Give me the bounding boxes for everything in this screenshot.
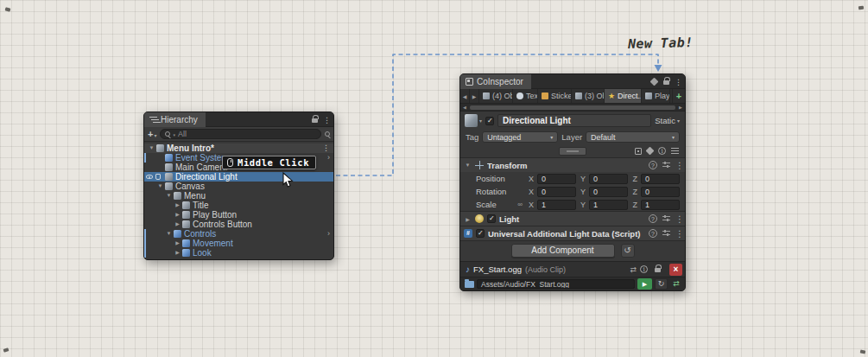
scale-x-field[interactable]: 1 (537, 200, 576, 210)
hierarchy-item-directional-light[interactable]: Directional Light (144, 172, 333, 182)
scale-link-icon[interactable] (516, 201, 524, 208)
scrollbar-thumb[interactable] (470, 105, 675, 110)
list-view-icon[interactable] (671, 148, 679, 155)
tab-play-button[interactable]: Play B... (642, 89, 670, 103)
hierarchy-item-canvas[interactable]: Canvas (144, 182, 333, 191)
kebab-menu-icon[interactable] (675, 229, 680, 239)
pickability-icon[interactable] (155, 174, 161, 180)
light-data-component-header[interactable]: Universal Additional Light Data (Script) (460, 226, 685, 240)
lock-icon[interactable] (655, 268, 661, 272)
presets-icon[interactable] (662, 215, 670, 222)
foldout-icon[interactable] (464, 216, 472, 222)
hierarchy-item-title[interactable]: Title (144, 201, 333, 210)
tag-dropdown[interactable]: Untagged (482, 131, 558, 143)
lock-icon[interactable] (663, 80, 669, 85)
rotation-row: Rotation X 0 Y 0 Z 0 (460, 185, 685, 198)
visibility-eye-icon[interactable] (146, 175, 153, 179)
tab-objects-3[interactable]: (3) Ob... (572, 89, 605, 103)
static-dropdown[interactable]: Static (655, 116, 680, 125)
history-icon[interactable] (621, 244, 635, 258)
kebab-menu-icon[interactable] (675, 161, 680, 170)
info-icon[interactable] (658, 147, 666, 155)
transform-component-header[interactable]: Transform (460, 157, 685, 172)
tab-scrollbar[interactable] (460, 104, 685, 112)
position-x-field[interactable]: 0 (537, 174, 576, 184)
hierarchy-item-controls[interactable]: Controls (144, 229, 333, 239)
rotation-x-field[interactable]: 0 (537, 187, 576, 197)
scene-search-icon[interactable] (325, 131, 330, 137)
active-checkbox[interactable] (485, 117, 494, 125)
asset-path-field[interactable]: Assets/Audio/FX_Start.ogg (477, 279, 635, 289)
position-label: Position (476, 174, 514, 183)
tab-text[interactable]: Text (513, 89, 538, 103)
hierarchy-item-controls-button[interactable]: Controls Button (144, 220, 333, 229)
swap-icon[interactable] (630, 265, 637, 274)
position-y-field[interactable]: 0 (589, 174, 628, 184)
help-icon[interactable] (649, 214, 657, 223)
position-z-field[interactable]: 0 (641, 174, 680, 184)
settings-icon[interactable] (650, 77, 659, 86)
tab-directional-light-active[interactable]: Direct... (605, 89, 642, 103)
foldout-icon[interactable] (165, 229, 173, 239)
kebab-menu-icon[interactable] (323, 115, 330, 124)
scroll-left-icon[interactable] (460, 105, 469, 110)
play-audio-button[interactable] (637, 278, 652, 290)
hierarchy-item-play-button[interactable]: Play Button (144, 210, 333, 220)
foldout-icon[interactable] (156, 182, 164, 191)
hierarchy-item-movement[interactable]: Movement (144, 239, 333, 248)
scroll-right-icon[interactable] (676, 105, 685, 110)
gameobject-cube-icon[interactable] (465, 114, 478, 127)
component-enabled-checkbox[interactable] (476, 229, 485, 238)
help-icon[interactable] (649, 161, 657, 169)
create-button[interactable] (148, 129, 156, 139)
hierarchy-item-look[interactable]: Look (144, 248, 333, 258)
component-enabled-checkbox[interactable] (487, 214, 496, 223)
foldout-icon[interactable] (174, 210, 181, 220)
foldout-icon[interactable] (148, 143, 155, 153)
tab-label: (3) Ob... (585, 92, 605, 100)
add-tab-button[interactable]: + (672, 89, 685, 103)
foldout-icon[interactable] (174, 220, 181, 229)
tab-objects-4[interactable]: (4) Ob... (479, 89, 513, 103)
gameobject-name-field[interactable]: Directional Light (497, 114, 651, 127)
component-view-icon[interactable] (635, 148, 642, 155)
light-component-header[interactable]: Light (460, 211, 685, 226)
axis-y-label: Y (578, 175, 586, 183)
help-icon[interactable] (649, 229, 657, 238)
rotation-z-field[interactable]: 0 (641, 187, 680, 197)
foldout-icon[interactable] (174, 239, 181, 248)
rotation-y-field[interactable]: 0 (589, 187, 628, 197)
add-component-button[interactable]: Add Component (511, 244, 615, 258)
coinspector-tab[interactable]: CoInspector (460, 74, 531, 89)
tab-nav-first-icon[interactable] (460, 89, 470, 103)
tab-nav-last-icon[interactable] (470, 89, 479, 103)
scale-z-field[interactable]: 1 (641, 200, 680, 210)
folder-icon[interactable] (465, 281, 474, 288)
layer-dropdown[interactable]: Default (586, 131, 680, 143)
presets-icon[interactable] (662, 162, 670, 169)
search-input[interactable]: All (160, 129, 321, 139)
hierarchy-item-menu[interactable]: Menu (144, 191, 333, 201)
scale-y-field[interactable]: 1 (589, 200, 628, 210)
hierarchy-item-scene[interactable]: Menu Intro* (144, 143, 333, 153)
favorite-icon[interactable] (646, 147, 655, 156)
foldout-icon[interactable] (165, 191, 173, 201)
presets-icon[interactable] (662, 230, 670, 237)
info-icon[interactable] (640, 265, 648, 273)
search-filter-caret-icon[interactable] (173, 130, 175, 138)
import-icon[interactable] (670, 278, 682, 290)
foldout-icon[interactable] (464, 163, 472, 168)
hierarchy-tab[interactable]: Hierarchy (144, 112, 206, 127)
foldout-icon[interactable] (174, 248, 181, 258)
lock-icon[interactable] (312, 118, 318, 123)
kebab-menu-icon[interactable] (675, 214, 680, 224)
axis-z-label: Z (630, 188, 637, 196)
foldout-icon[interactable] (174, 201, 181, 210)
tab-sticker[interactable]: Sticke... (538, 89, 572, 103)
loop-audio-icon[interactable] (655, 278, 668, 290)
close-asset-button[interactable] (669, 264, 682, 276)
icon-picker-caret-icon[interactable] (479, 118, 482, 124)
asset-footer-row[interactable]: FX_Start.ogg (Audio Clip) (460, 261, 685, 277)
overrides-button[interactable] (559, 147, 586, 156)
kebab-menu-icon[interactable] (675, 77, 681, 86)
